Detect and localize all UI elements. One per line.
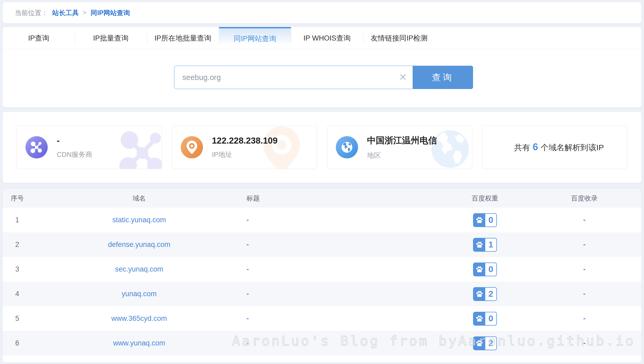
title-value: - <box>246 339 443 347</box>
header-title: 标题 <box>246 194 443 203</box>
baidu-indexed-value: - <box>527 290 641 298</box>
count-prefix: 共有 <box>514 143 530 152</box>
baidu-weight-cell: 1 <box>443 238 527 252</box>
region-label: 地区 <box>367 151 437 160</box>
title-value: - <box>246 314 443 323</box>
domain-link[interactable]: www.yunaq.com <box>32 339 246 347</box>
baidu-weight-cell: 0 <box>443 213 527 227</box>
baidu-paw-icon <box>474 263 485 276</box>
row-index: 5 <box>3 314 32 323</box>
baidu-weight-number: 0 <box>485 214 496 227</box>
results-table-panel: 序号 域名 标题 百度权重 百度收录 1static.yunaq.com-0-2… <box>3 189 641 362</box>
ip-card: 122.228.238.109 IP地址 <box>172 126 317 169</box>
location-pin-icon <box>181 136 203 158</box>
row-index: 3 <box>3 265 32 273</box>
table-row: 2defense.yunaq.com-1- <box>3 232 641 257</box>
table-body: 1static.yunaq.com-0-2defense.yunaq.com-1… <box>3 208 641 356</box>
table-row: 3sec.yunaq.com-0- <box>3 257 641 282</box>
baidu-weight-badge[interactable]: 2 <box>473 336 497 350</box>
baidu-weight-badge[interactable]: 0 <box>473 263 497 276</box>
domain-link[interactable]: sec.yunaq.com <box>32 265 246 273</box>
domain-count-text: 共有6个域名解析到该IP <box>491 141 627 153</box>
table-row: 5www.365cyd.com-0- <box>3 306 641 331</box>
baidu-paw-icon <box>474 312 485 325</box>
network-icon <box>25 136 48 158</box>
header-baidu-indexed: 百度收录 <box>527 194 641 203</box>
baidu-indexed-value: - <box>527 241 641 249</box>
network-ghost-icon <box>111 126 162 169</box>
query-button[interactable]: 查询 <box>413 66 473 89</box>
breadcrumb-label: 当前位置： <box>15 8 48 17</box>
table-row: 6www.yunaq.com-2- <box>3 331 641 356</box>
tab-bar: IP查询IP批量查询IP所在地批量查询同IP网站查询IP WHOIS查询友情链接… <box>3 27 641 49</box>
row-index: 4 <box>3 290 32 298</box>
count-suffix: 个域名解析到该IP <box>541 143 604 152</box>
baidu-indexed-value: - <box>527 216 641 224</box>
tab-1[interactable]: IP查询 <box>3 27 75 49</box>
breadcrumb-current-link[interactable]: 同IP网站查询 <box>91 8 130 17</box>
breadcrumb-home-link[interactable]: 站长工具 <box>52 8 79 17</box>
ip-value: 122.228.238.109 <box>212 136 278 146</box>
domain-count-card: 共有6个域名解析到该IP <box>482 126 628 169</box>
region-card: 中国浙江温州电信 地区 <box>327 126 472 169</box>
tab-2[interactable]: IP批量查询 <box>75 27 147 49</box>
search-input[interactable] <box>174 66 393 89</box>
baidu-weight-badge[interactable]: 0 <box>473 213 497 227</box>
count-number: 6 <box>533 141 538 152</box>
baidu-weight-number: 2 <box>485 337 496 350</box>
baidu-weight-number: 0 <box>485 263 496 276</box>
row-index: 6 <box>3 339 32 347</box>
header-domain: 域名 <box>32 194 246 203</box>
baidu-weight-badge[interactable]: 2 <box>473 287 497 301</box>
baidu-weight-badge[interactable]: 1 <box>473 238 497 252</box>
baidu-indexed-value: - <box>527 265 641 273</box>
tools-panel: IP查询IP批量查询IP所在地批量查询同IP网站查询IP WHOIS查询友情链接… <box>3 27 641 107</box>
globe-icon <box>336 136 358 158</box>
row-index: 2 <box>3 241 32 249</box>
ip-label: IP地址 <box>212 150 278 159</box>
baidu-indexed-value: - <box>527 314 641 323</box>
baidu-indexed-value: - <box>527 339 641 347</box>
baidu-weight-number: 1 <box>485 238 496 251</box>
breadcrumb-bar: 当前位置： 站长工具 > 同IP网站查询 <box>3 2 641 23</box>
tab-3[interactable]: IP所在地批量查询 <box>147 27 219 49</box>
search-box: ✕ 查询 <box>174 66 473 89</box>
table-row: 1static.yunaq.com-0- <box>3 208 641 232</box>
region-value: 中国浙江温州电信 <box>367 135 437 147</box>
table-header-row: 序号 域名 标题 百度权重 百度收录 <box>3 189 641 208</box>
header-baidu-weight: 百度权重 <box>443 194 527 203</box>
table-row: 4yunaq.com-2- <box>3 282 641 306</box>
summary-cards-panel: - CDN服务商 122.228.238.109 IP地址 中国浙江温州电信 地… <box>3 112 641 183</box>
cdn-card: - CDN服务商 <box>17 126 162 169</box>
breadcrumb-separator: > <box>83 9 86 16</box>
cdn-value: - <box>57 136 92 146</box>
title-value: - <box>246 290 443 298</box>
baidu-paw-icon <box>474 238 485 251</box>
baidu-weight-number: 2 <box>485 288 496 300</box>
baidu-weight-cell: 0 <box>443 312 527 326</box>
clear-icon[interactable]: ✕ <box>393 66 413 89</box>
baidu-paw-icon <box>474 337 485 350</box>
tab-6[interactable]: 友情链接同IP检测 <box>363 27 435 49</box>
baidu-weight-cell: 0 <box>443 263 527 276</box>
domain-link[interactable]: www.365cyd.com <box>32 314 246 323</box>
domain-link[interactable]: defense.yunaq.com <box>32 241 246 249</box>
breadcrumb: 当前位置： 站长工具 > 同IP网站查询 <box>3 2 641 23</box>
cdn-label: CDN服务商 <box>57 150 92 159</box>
baidu-paw-icon <box>474 288 485 300</box>
tab-4[interactable]: 同IP网站查询 <box>219 27 291 49</box>
baidu-weight-cell: 2 <box>443 336 527 350</box>
title-value: - <box>246 241 443 249</box>
title-value: - <box>246 265 443 273</box>
baidu-weight-cell: 2 <box>443 287 527 301</box>
tab-5[interactable]: IP WHOIS查询 <box>291 27 363 49</box>
row-index: 1 <box>3 216 32 224</box>
header-index: 序号 <box>3 194 32 203</box>
title-value: - <box>246 216 443 224</box>
baidu-weight-number: 0 <box>485 312 496 325</box>
baidu-paw-icon <box>474 214 485 227</box>
domain-link[interactable]: static.yunaq.com <box>32 216 246 224</box>
domain-link[interactable]: yunaq.com <box>32 290 246 298</box>
baidu-weight-badge[interactable]: 0 <box>473 312 497 326</box>
